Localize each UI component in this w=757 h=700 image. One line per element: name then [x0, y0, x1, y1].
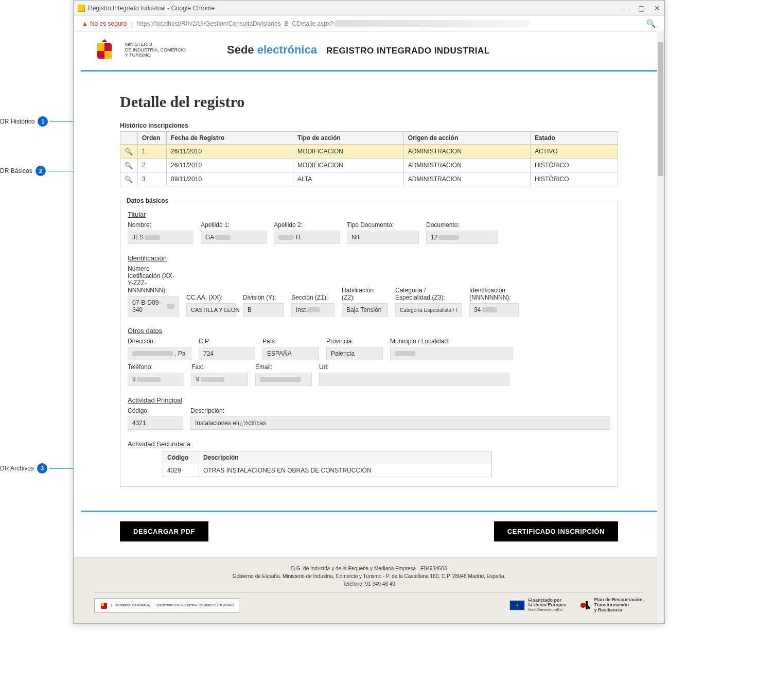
nombre-field: JES — [128, 231, 193, 244]
municipio-field — [390, 347, 513, 360]
col-tipo: Tipo de acción — [293, 132, 404, 145]
url-text[interactable]: https://localhost/RIIv2/UI/Gestion/Consu… — [137, 20, 530, 28]
descargar-pdf-button[interactable]: DESCARGAR PDF — [120, 521, 208, 541]
direccion-field: , Pa — [128, 347, 191, 360]
search-icon[interactable]: 🔍 — [646, 19, 656, 28]
documento-field: 12 — [426, 231, 498, 244]
maximize-button[interactable]: ▢ — [638, 4, 645, 12]
actprin-codigo-field: 4321 — [128, 416, 183, 430]
hist-label: Histórico inscripciones — [120, 122, 618, 129]
sede-title: Sede electrónica — [227, 43, 317, 57]
prtr-icon — [579, 600, 591, 611]
minimize-button[interactable]: — — [622, 4, 629, 12]
titlebar: Registro Integrado Industrial - Google C… — [74, 1, 664, 16]
numid-field: 07-B-D09-340 — [128, 296, 179, 317]
hist-table: Orden Fecha de Registro Tipo de acción O… — [120, 131, 618, 186]
pais-field: ESPAÑA — [262, 347, 319, 360]
otros-head: Otros datos — [128, 327, 610, 335]
titular-head: Titular — [128, 211, 610, 218]
actprin-desc-field: Instalaciones elï¿½ctricas — [190, 416, 610, 430]
detail-icon[interactable]: 🔍 — [125, 147, 133, 155]
habilitacion-field: Baja Tensión — [342, 303, 388, 317]
divider — [81, 511, 657, 512]
detail-icon[interactable]: 🔍 — [125, 161, 133, 169]
fax-field: 9 — [191, 373, 248, 386]
fieldset-legend: Datos básicos — [125, 197, 170, 204]
annot-num-3: 3 — [37, 463, 47, 474]
annot-label-2: DR Básicos — [0, 167, 36, 174]
table-row[interactable]: 🔍 1 26/11/2010 MODIFICACION ADMINISTRACI… — [120, 145, 618, 159]
eu-flag-icon — [509, 600, 525, 610]
favicon — [78, 5, 85, 12]
col-fecha: Fecha de Registro — [167, 132, 293, 145]
footer: D.G. de Industria y de la Pequeña y Medi… — [74, 557, 664, 623]
svg-rect-1 — [97, 43, 104, 51]
cp-field: 724 — [199, 347, 255, 360]
scrollbar[interactable] — [657, 32, 664, 623]
actsec-table: Código Descripción 4329 OTRAS INSTALACIO… — [163, 451, 492, 477]
svg-rect-4 — [101, 603, 104, 606]
rii-title: REGISTRO INTEGRADO INDUSTRIAL — [326, 46, 490, 56]
col-orden: Orden — [138, 132, 167, 145]
svg-point-5 — [580, 603, 586, 608]
annot-num-1: 1 — [38, 116, 48, 127]
ministerio-text: MINISTERIO DE INDUSTRIA, COMERCIO Y TURI… — [125, 42, 186, 58]
actsec-head: Actividad Secundaria — [128, 440, 610, 448]
gobierno-logo: GOBIERNO DE ESPAÑA MINISTERIO DE INDUSTR… — [94, 598, 239, 612]
division-field: B — [243, 303, 284, 317]
coat-of-arms-icon — [94, 38, 115, 62]
col-origen: Origen de acción — [403, 132, 530, 145]
page-title: Detalle del registro — [120, 93, 618, 111]
certificado-button[interactable]: CERTIFICADO INSCRIPCIÓN — [494, 521, 618, 541]
apellido1-field: GA — [201, 231, 267, 244]
prtr-logo: Plan de Recuperación,Transformacióny Res… — [579, 598, 644, 613]
close-button[interactable]: ✕ — [654, 4, 660, 12]
col-estado: Estado — [530, 132, 618, 145]
site-header: MINISTERIO DE INDUSTRIA, COMERCIO Y TURI… — [74, 32, 664, 68]
addressbar: ▲ No es seguro | https://localhost/RIIv2… — [74, 16, 664, 32]
url-field — [319, 373, 509, 386]
table-row[interactable]: 🔍 3 09/11/2010 ALTA ADMINISTRACION HISTÓ… — [120, 172, 618, 186]
table-row[interactable]: 🔍 2 26/11/2010 MODIFICACION ADMINISTRACI… — [120, 159, 618, 172]
window-title: Registro Integrado Industrial - Google C… — [88, 5, 215, 12]
tipodoc-field: NIF — [347, 231, 419, 244]
annot-label-1: DR Histórico — [0, 118, 38, 125]
email-field — [255, 373, 312, 386]
insecure-badge: ▲ No es seguro — [82, 20, 127, 27]
detail-icon[interactable]: 🔍 — [125, 175, 133, 183]
page: MINISTERIO DE INDUSTRIA, COMERCIO Y TURI… — [74, 32, 664, 623]
actprin-head: Actividad Principal — [128, 396, 610, 404]
table-row: 4329 OTRAS INSTALACIONES EN OBRAS DE CON… — [163, 464, 492, 477]
telefono-field: 9 — [128, 373, 184, 386]
browser-window: Registro Integrado Industrial - Google C… — [73, 0, 665, 624]
annot-label-3: DR Archivos — [0, 465, 37, 472]
ident-head: Identificación — [128, 254, 610, 262]
categoria-field: Categoría Especialista / I — [395, 303, 462, 317]
divider — [81, 70, 657, 72]
datos-basicos-fieldset: Datos básicos Titular Nombre:JES Apellid… — [120, 201, 618, 487]
apellido2-field: TE — [274, 231, 340, 244]
seccion-field: Inst — [291, 303, 335, 317]
ccaa-field: CASTILLA Y LEÓN — [186, 303, 236, 317]
prov-field: Palencia — [326, 347, 383, 360]
annot-num-2: 2 — [36, 166, 46, 176]
idnum-field: 34 — [469, 303, 519, 317]
svg-rect-2 — [104, 51, 112, 59]
eu-logo: Financiado porla Unión EuropeaNextGenera… — [509, 598, 566, 613]
